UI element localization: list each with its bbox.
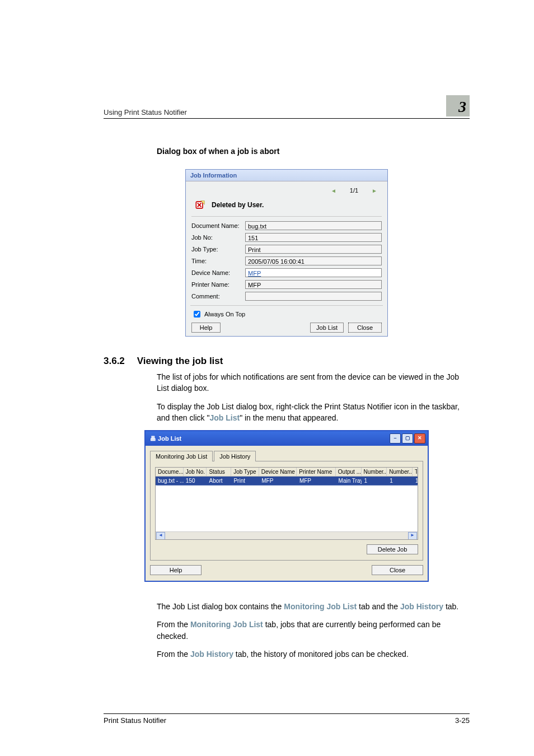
paragraph: To display the Job List dialog box, righ… <box>157 401 470 424</box>
job-list-window: 🖶 Job List – ▢ ✕ Monitoring Job List Job… <box>144 430 429 582</box>
horizontal-scrollbar[interactable]: ◄ ► <box>156 531 418 539</box>
term-job-history: Job History <box>190 650 233 659</box>
page-footer: Print Status Notifier 3-25 <box>104 713 470 725</box>
comment-field <box>245 292 382 301</box>
app-icon: 🖶 <box>150 435 158 442</box>
col-device-name[interactable]: Device Name <box>259 468 297 476</box>
chapter-badge: 3 <box>446 95 470 116</box>
job-no-field: 151 <box>245 233 382 242</box>
dialog-title: Job Information <box>186 170 387 181</box>
paragraph: From the Job History tab, the history of… <box>157 648 470 660</box>
section-heading: 3.6.2 Viewing the job list <box>104 356 470 367</box>
delete-status-icon <box>194 199 206 211</box>
document-name-field: bug.txt <box>245 221 382 230</box>
page-count: 1/1 <box>350 187 358 194</box>
prev-arrow-icon[interactable]: ◄ <box>327 188 340 194</box>
time-label: Time: <box>191 258 245 264</box>
scroll-right-icon[interactable]: ► <box>408 532 417 540</box>
section-title: Viewing the job list <box>137 356 223 367</box>
col-document[interactable]: Docume... <box>156 468 184 476</box>
comment-label: Comment: <box>191 293 245 300</box>
device-name-field[interactable]: MFP <box>245 268 382 277</box>
device-name-label: Device Name: <box>191 269 245 276</box>
scroll-left-icon[interactable]: ◄ <box>156 532 165 540</box>
col-number-copies[interactable]: Number... <box>362 468 387 476</box>
printer-name-field: MFP <box>245 280 382 289</box>
term-job-list: Job List <box>209 413 240 422</box>
table-header-row: Docume... Job No. Status Job Type Device… <box>156 468 418 477</box>
tab-monitoring-job-list[interactable]: Monitoring Job List <box>150 451 213 461</box>
tab-job-history[interactable]: Job History <box>214 451 256 461</box>
col-job-type[interactable]: Job Type <box>231 468 259 476</box>
chapter-number: 3 <box>458 98 466 115</box>
printer-name-label: Printer Name: <box>191 281 245 288</box>
maximize-button[interactable]: ▢ <box>402 433 413 444</box>
minimize-button[interactable]: – <box>390 433 401 444</box>
term-job-history: Job History <box>400 602 443 611</box>
job-list-button[interactable]: Job List <box>310 323 344 333</box>
job-information-dialog: Job Information ◄ 1/1 ► <box>185 169 388 337</box>
term-monitoring-job-list: Monitoring Job List <box>284 602 357 611</box>
close-window-button[interactable]: ✕ <box>414 433 425 444</box>
footer-right: 3-25 <box>455 716 470 725</box>
running-header: Using Print Status Notifier 3 <box>104 95 470 119</box>
col-time-start[interactable]: Time St... <box>413 468 418 476</box>
paragraph: The list of jobs for which notifications… <box>157 371 470 394</box>
job-type-label: Job Type: <box>191 246 245 253</box>
job-table: Docume... Job No. Status Job Type Device… <box>155 467 418 540</box>
page-navigator: ◄ 1/1 ► <box>191 186 382 197</box>
col-output[interactable]: Output ... <box>336 468 362 476</box>
status-message: Deleted by User. <box>212 201 264 209</box>
job-type-field: Print <box>245 245 382 254</box>
close-button[interactable]: Close <box>348 323 382 333</box>
paragraph: The Job List dialog box contains the Mon… <box>157 601 470 612</box>
delete-job-button[interactable]: Delete Job <box>367 544 418 554</box>
footer-left: Print Status Notifier <box>104 716 166 725</box>
status-row: Deleted by User. <box>191 197 382 217</box>
always-on-top-checkbox[interactable] <box>194 311 200 318</box>
col-printer-name[interactable]: Printer Name <box>297 468 336 476</box>
term-monitoring-job-list: Monitoring Job List <box>190 620 263 629</box>
col-number-pages[interactable]: Number... <box>387 468 413 476</box>
document-name-label: Document Name: <box>191 222 245 229</box>
help-button[interactable]: Help <box>191 323 221 333</box>
close-button[interactable]: Close <box>372 565 423 575</box>
window-title: Job List <box>158 435 181 442</box>
col-job-no[interactable]: Job No. <box>184 468 207 476</box>
paragraph: From the Monitoring Job List tab, jobs t… <box>157 619 470 642</box>
window-titlebar: 🖶 Job List – ▢ ✕ <box>146 431 428 446</box>
col-status[interactable]: Status <box>207 468 231 476</box>
subsection-heading: Dialog box of when a job is abort <box>157 147 470 156</box>
next-arrow-icon[interactable]: ► <box>368 188 381 194</box>
job-no-label: Job No: <box>191 234 245 241</box>
running-header-text: Using Print Status Notifier <box>104 108 187 116</box>
help-button[interactable]: Help <box>150 565 202 575</box>
always-on-top-label: Always On Top <box>204 311 245 318</box>
section-number: 3.6.2 <box>104 356 125 367</box>
table-row[interactable]: bug.txt - ... 150 Abort Print MFP MFP Ma… <box>156 477 418 486</box>
time-field: 2005/07/05 16:00:41 <box>245 256 382 265</box>
